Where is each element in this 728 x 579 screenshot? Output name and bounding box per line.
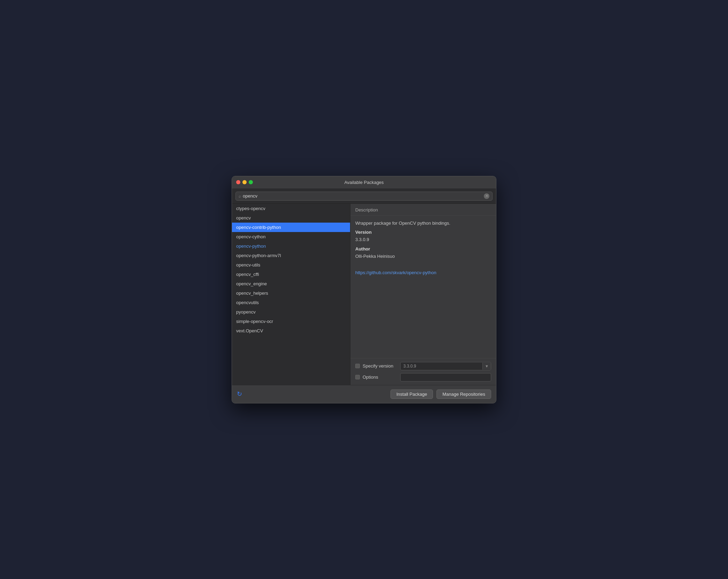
specify-version-checkbox[interactable] (355, 364, 360, 368)
description-content: Wrapper package for OpenCV python bindin… (350, 216, 496, 358)
manage-repositories-button[interactable]: Manage Repositories (436, 389, 491, 399)
search-icon: ⌕ (239, 194, 241, 199)
list-item[interactable]: simple-opencv-ocr (232, 317, 350, 326)
close-button[interactable] (236, 180, 240, 184)
options-input[interactable] (401, 373, 491, 381)
footer-area: ↻ Install Package Manage Repositories (232, 385, 496, 403)
list-item[interactable]: vext.OpenCV (232, 326, 350, 335)
specify-version-row: Specify version ▼ (355, 362, 491, 370)
window-title: Available Packages (344, 180, 384, 185)
window-controls (236, 180, 253, 184)
options-label: Options (363, 375, 397, 380)
list-item[interactable]: opencv (232, 213, 350, 223)
version-input-wrapper: ▼ (400, 362, 491, 370)
options-row: Options (355, 373, 491, 381)
version-dropdown-arrow[interactable]: ▼ (482, 363, 491, 370)
minimize-button[interactable] (242, 180, 247, 184)
search-clear-button[interactable]: ✕ (484, 193, 489, 199)
list-item[interactable]: opencv_cffi (232, 270, 350, 279)
options-checkbox[interactable] (355, 375, 360, 379)
list-item[interactable]: opencv-utils (232, 260, 350, 270)
specify-version-label: Specify version (363, 363, 397, 369)
clear-icon: ✕ (485, 194, 488, 198)
description-header: Description (350, 204, 496, 216)
description-panel: Description Wrapper package for OpenCV p… (350, 204, 496, 385)
list-item[interactable]: ctypes-opencv (232, 204, 350, 213)
author-label: Author (355, 246, 491, 253)
list-item[interactable]: opencv-contrib-python (232, 223, 350, 232)
title-bar: Available Packages (232, 176, 496, 189)
description-text: Wrapper package for OpenCV python bindin… (355, 221, 450, 226)
version-input[interactable] (401, 362, 482, 370)
version-label: Version (355, 229, 491, 236)
refresh-button[interactable]: ↻ (237, 390, 242, 398)
list-item[interactable]: pyopencv (232, 307, 350, 317)
author-value: Olli-Pekka Heinisuo (355, 253, 491, 260)
refresh-icon: ↻ (237, 391, 242, 397)
search-input[interactable] (243, 193, 482, 199)
maximize-button[interactable] (249, 180, 253, 184)
options-input-wrapper (400, 373, 491, 381)
package-link[interactable]: https://github.com/skvark/opencv-python (355, 270, 436, 275)
list-item[interactable]: opencv_helpers (232, 288, 350, 298)
install-package-button[interactable]: Install Package (390, 389, 433, 399)
content-area: ctypes-opencvopencvopencv-contrib-python… (232, 204, 496, 385)
version-value: 3.3.0.9 (355, 236, 491, 244)
list-item[interactable]: opencv_engine (232, 279, 350, 288)
search-wrapper: ⌕ ✕ (235, 192, 493, 201)
list-item[interactable]: opencv-cython (232, 232, 350, 241)
main-window: Available Packages ⌕ ✕ ctypes-opencvopen… (232, 176, 496, 403)
list-item[interactable]: opencv-python (232, 241, 350, 251)
bottom-options: Specify version ▼ Options (350, 358, 496, 385)
package-list: ctypes-opencvopencvopencv-contrib-python… (232, 204, 350, 385)
list-item[interactable]: opencv-python-armv7l (232, 251, 350, 260)
list-item[interactable]: opencvutils (232, 298, 350, 307)
search-bar: ⌕ ✕ (232, 189, 496, 204)
